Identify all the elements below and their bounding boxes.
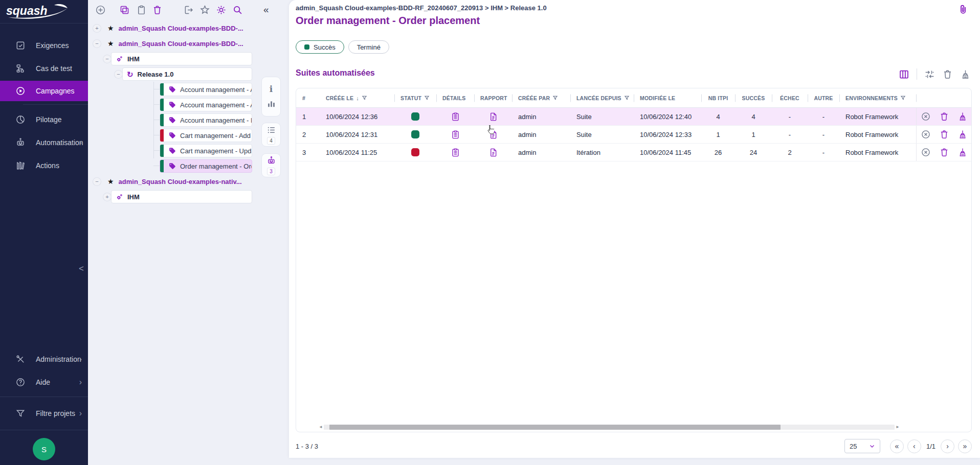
scrollbar-track[interactable] [324, 425, 895, 430]
header-launched-from[interactable]: LANCÉE DEPUIS [570, 95, 634, 101]
collapse-icon[interactable]: − [93, 178, 101, 185]
table-row[interactable]: 3 10/06/2024 11:25 admin Itération 10/06… [296, 144, 971, 161]
table-row[interactable]: 2 10/06/2024 12:31 admin Suite 10/06/202… [296, 126, 971, 144]
header-created[interactable]: CRÉÉE LE ↓ [320, 95, 394, 101]
last-page-button[interactable]: » [958, 439, 972, 453]
add-icon[interactable] [95, 5, 106, 15]
nav-item-administration[interactable]: Administration › [0, 347, 88, 370]
test-suite-item[interactable]: Cart management - Add to ... [160, 129, 252, 142]
tree-node-release[interactable]: − ↻ Release 1.0 [88, 66, 258, 82]
cancel-circle-x-icon[interactable] [921, 147, 931, 157]
filter-funnel-icon[interactable] [624, 95, 630, 101]
first-page-button[interactable]: « [890, 439, 904, 453]
copy-icon[interactable] [119, 5, 130, 15]
header-nb-itpi[interactable]: NB ITPI [701, 95, 735, 101]
expand-icon[interactable]: + [103, 193, 111, 201]
columns-icon[interactable] [899, 69, 909, 80]
nav-item-automatisation[interactable]: Automatisation › [0, 131, 88, 154]
test-suite-item[interactable]: Account management - Lo... [160, 113, 252, 127]
clean-broom-icon[interactable] [960, 69, 971, 80]
header-failure[interactable]: ÉCHEC [772, 95, 808, 101]
star-icon[interactable]: ★ [107, 39, 114, 48]
nav-item-cas-de-test[interactable]: Cas de test [0, 57, 88, 80]
test-suite-item[interactable]: Cart management - Update... [160, 144, 252, 157]
nav-item-filtre-projets[interactable]: Filtre projets › [0, 400, 88, 427]
delete-all-icon[interactable] [942, 69, 953, 80]
delete-row-icon[interactable] [939, 147, 949, 157]
delete-row-icon[interactable] [939, 129, 949, 140]
header-success[interactable]: SUCCÈS [735, 95, 772, 101]
clean-broom-icon[interactable] [957, 111, 968, 122]
header-modified[interactable]: MODIFIÉE LE [634, 95, 701, 101]
test-suite-item-selected[interactable]: Order management - Order... [160, 159, 252, 173]
star-icon[interactable]: ★ [107, 177, 114, 185]
automated-suites-card[interactable]: 3 [261, 153, 281, 177]
filter-funnel-icon[interactable] [362, 95, 367, 101]
header-other[interactable]: AUTRE [808, 95, 839, 101]
cell-modified: 10/06/2024 11:45 [634, 144, 701, 161]
sidebar-collapse-icon[interactable]: < [77, 262, 86, 276]
exec-plan-card[interactable]: 4 [261, 123, 281, 147]
next-page-button[interactable]: › [941, 439, 954, 453]
tree-project-row[interactable]: − ★ admin_Squash Cloud-examples-BDD-... [88, 36, 258, 51]
filter-funnel-icon[interactable] [552, 95, 558, 101]
details-clipboard-icon[interactable] [451, 112, 460, 122]
test-suite-item[interactable]: Account management - Acc... [160, 98, 252, 111]
filter-funnel-icon[interactable] [424, 95, 430, 101]
user-avatar[interactable]: S [33, 438, 55, 460]
tree-node-ihm2[interactable]: + IHM [88, 189, 258, 204]
clean-broom-icon[interactable] [957, 147, 968, 157]
cancel-circle-x-icon[interactable] [921, 129, 931, 140]
collapse-tree-icon[interactable]: « [263, 4, 269, 15]
sort-desc-icon[interactable]: ↓ [356, 95, 359, 101]
search-icon[interactable] [232, 5, 243, 15]
nav-item-campagnes[interactable]: Campagnes [0, 81, 88, 101]
nav-item-exigences[interactable]: Exigences [0, 34, 88, 57]
details-clipboard-icon[interactable] [451, 130, 460, 140]
export-icon[interactable] [183, 5, 194, 15]
node-box-ihm2[interactable]: IHM [111, 190, 252, 203]
collapse-icon[interactable]: − [115, 71, 122, 78]
tree-project-row[interactable]: − ★ admin_Squash Cloud-examples-nativ... [88, 174, 258, 189]
header-status[interactable]: STATUT [394, 95, 436, 101]
favorite-star-icon[interactable] [199, 5, 210, 15]
scroll-right-icon[interactable]: ► [896, 425, 900, 429]
chart-icon[interactable] [266, 99, 276, 108]
star-icon[interactable]: ★ [107, 24, 114, 32]
nav-item-aide[interactable]: Aide › [0, 370, 88, 393]
tree-project-row[interactable]: + ★ admin_Squash Cloud-examples-BDD-... [88, 20, 258, 36]
clean-broom-icon[interactable] [957, 129, 968, 140]
nav-item-actions[interactable]: Actions [0, 154, 88, 177]
delete-row-icon[interactable] [939, 111, 949, 122]
status-badge-succes[interactable]: Succès [296, 40, 344, 54]
info-icon[interactable]: i [270, 85, 273, 94]
nav-item-pilotage[interactable]: Pilotage [0, 108, 88, 131]
attachment-paperclip-icon[interactable] [957, 4, 969, 15]
header-created-by[interactable]: CRÉÉE PAR [512, 95, 570, 101]
filter-funnel-icon[interactable] [900, 95, 906, 101]
header-environments[interactable]: ENVIRONNEMENTS [839, 95, 916, 101]
report-document-icon[interactable] [488, 130, 498, 140]
scrollbar-thumb[interactable] [329, 425, 781, 430]
settings-gear-icon[interactable] [216, 5, 227, 15]
report-document-icon[interactable] [488, 112, 498, 122]
node-box-ihm[interactable]: IHM [111, 52, 252, 65]
expand-icon[interactable]: + [93, 25, 101, 32]
collapse-icon[interactable]: − [93, 40, 101, 48]
prev-page-button[interactable]: ‹ [907, 439, 921, 453]
horizontal-scrollbar[interactable]: ◄ ► [319, 424, 900, 430]
page-size-select[interactable]: 25 [844, 439, 880, 453]
tree-node-ihm[interactable]: − IHM [88, 51, 258, 66]
report-document-icon[interactable] [488, 148, 498, 157]
filter-config-icon[interactable] [924, 69, 935, 80]
paste-icon[interactable] [136, 5, 147, 15]
state-badge-termine[interactable]: Terminé [348, 40, 389, 54]
table-row[interactable]: 1 10/06/2024 12:36 admin Suite 10/06/202… [296, 108, 971, 126]
details-clipboard-icon[interactable] [451, 148, 460, 157]
collapse-icon[interactable]: − [103, 55, 111, 63]
delete-icon[interactable] [152, 5, 163, 15]
node-box-release[interactable]: ↻ Release 1.0 [122, 67, 252, 81]
test-suite-item[interactable]: Account management - Acc... [160, 83, 252, 96]
cancel-circle-x-icon[interactable] [921, 111, 931, 122]
scroll-left-icon[interactable]: ◄ [319, 425, 323, 429]
